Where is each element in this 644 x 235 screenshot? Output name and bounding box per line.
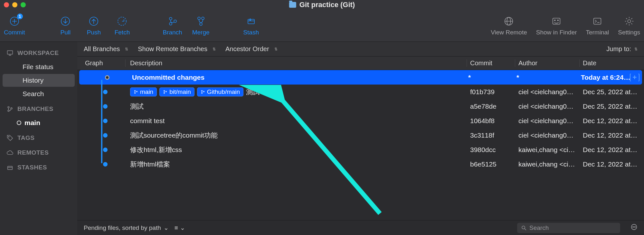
fetch-button[interactable]: Fetch <box>112 15 132 36</box>
current-branch-icon <box>17 121 21 125</box>
svg-point-29 <box>8 106 9 108</box>
remote-filter-dropdown[interactable]: Show Remote Branches ⇅ <box>138 45 216 53</box>
commit-date: Dec 12, 2022 at… <box>580 146 644 154</box>
jump-to[interactable]: Jump to: ⇅ <box>606 45 638 53</box>
pending-files-label: Pending files, sorted by path <box>84 224 161 231</box>
svg-line-46 <box>525 229 526 230</box>
graph-node <box>103 119 108 123</box>
branch-icon <box>6 105 14 113</box>
stash-label: Stash <box>243 29 259 36</box>
svg-point-41 <box>201 90 202 91</box>
chevron-updown-icon: ⇅ <box>213 47 216 51</box>
search-icon <box>521 225 527 231</box>
col-date-header[interactable]: Date <box>580 59 644 67</box>
close-icon[interactable] <box>4 2 9 7</box>
sidebar: WORKSPACE File status History Search BRA… <box>0 42 77 235</box>
terminal-button[interactable]: Terminal <box>586 15 609 36</box>
merge-label: Merge <box>192 29 210 36</box>
chevron-updown-icon: ⇅ <box>634 47 638 51</box>
commit-author: ciel <cielchang0… <box>515 117 580 125</box>
branch-filter-dropdown[interactable]: All Branches ⇅ <box>84 45 128 53</box>
branch-tag[interactable]: main <box>130 87 157 96</box>
ellipsis-circle-icon <box>630 223 638 230</box>
commit-author: kaiwei,chang <ci… <box>515 146 580 154</box>
settings-button[interactable]: Settings <box>618 15 640 36</box>
tags-section[interactable]: TAGS <box>0 130 77 145</box>
graph-node <box>103 162 108 167</box>
col-author-header[interactable]: Author <box>515 59 580 67</box>
table-row[interactable]: 新增html檔案b6e5125kaiwei,chang <ci…Dec 12, … <box>77 157 644 171</box>
pending-files-dropdown[interactable]: Pending files, sorted by path ⌄ <box>84 224 169 231</box>
commit-date: Dec 12, 2022 at… <box>580 160 644 168</box>
main-branch-label: main <box>24 119 40 127</box>
branch-tag[interactable]: Github/main <box>197 87 243 96</box>
branch-button[interactable]: Branch <box>163 15 182 36</box>
filter-bar: All Branches ⇅ Show Remote Branches ⇅ An… <box>77 42 644 57</box>
col-graph-header[interactable]: Graph <box>77 59 126 67</box>
show-in-finder-label: Show in Finder <box>536 29 577 36</box>
table-row[interactable]: 測試a5e78deciel <cielchang0…Dec 25, 2022 a… <box>77 99 644 113</box>
remotes-section[interactable]: REMOTES <box>0 145 77 159</box>
jump-to-label: Jump to: <box>606 45 631 53</box>
graph-node <box>103 90 108 94</box>
commit-author: ciel <cielchang0… <box>515 103 580 110</box>
toolbar: 1 Commit Pull Push Fetch Branch Merge <box>0 10 644 42</box>
col-commit-header[interactable]: Commit <box>467 59 515 67</box>
minimize-icon[interactable] <box>12 2 17 7</box>
merge-button[interactable]: Merge <box>191 15 211 36</box>
commit-date: Dec 12, 2022 at… <box>580 117 644 125</box>
commit-description: Uncommitted changes <box>132 74 204 81</box>
branches-section[interactable]: BRANCHES <box>0 101 77 116</box>
bottom-bar: Pending files, sorted by path ⌄ ≡ ⌄ Sear… <box>77 220 644 235</box>
settings-label: Settings <box>618 29 640 36</box>
sidebar-item-file-status[interactable]: File status <box>3 60 75 73</box>
svg-point-36 <box>135 93 136 94</box>
sidebar-item-search[interactable]: Search <box>3 87 75 100</box>
sidebar-item-history[interactable]: History <box>3 74 75 87</box>
commit-description: 測試 <box>130 102 144 111</box>
main-panel: All Branches ⇅ Show Remote Branches ⇅ An… <box>77 42 644 235</box>
commit-author: kaiwei,chang <ci… <box>515 160 580 168</box>
view-mode-dropdown[interactable]: ≡ ⌄ <box>175 224 185 231</box>
table-headers: Graph Description Commit Author Date <box>77 57 644 70</box>
maximize-icon[interactable] <box>21 2 26 7</box>
svg-point-11 <box>198 17 200 20</box>
window-title-text: Git practice (Git) <box>299 1 355 9</box>
svg-point-37 <box>136 91 137 92</box>
search-input[interactable]: Search <box>517 223 620 233</box>
table-row[interactable]: mainbit/mainGithub/main測試f01b739ciel <ci… <box>77 85 644 99</box>
svg-point-25 <box>628 20 630 23</box>
stashes-section[interactable]: STASHES <box>0 159 77 174</box>
stash-button[interactable]: Stash <box>242 15 261 36</box>
table-row[interactable]: Uncommitted changes**Today at 6:24…+ <box>79 70 642 85</box>
order-filter-dropdown[interactable]: Ancestor Order ⇅ <box>225 45 278 53</box>
sidebar-item-main[interactable]: main <box>3 116 75 129</box>
push-button[interactable]: Push <box>84 15 103 36</box>
table-row[interactable]: 測試sourcetree的commit功能3c3118fciel <cielch… <box>77 128 644 142</box>
table-row[interactable]: 修改html,新增css3980dcckaiwei,chang <ci…Dec … <box>77 142 644 157</box>
commit-button[interactable]: 1 Commit <box>4 15 25 36</box>
options-button[interactable] <box>630 223 638 232</box>
svg-point-42 <box>201 93 202 94</box>
commit-author: ciel <cielchang0… <box>515 131 580 139</box>
svg-point-50 <box>635 227 636 227</box>
show-in-finder-button[interactable]: Show in Finder <box>536 15 577 36</box>
commit-badge: 1 <box>17 14 23 19</box>
add-button[interactable]: + <box>630 74 639 81</box>
commit-date: Dec 12, 2022 at… <box>580 131 644 139</box>
commit-description: 新增html檔案 <box>130 160 170 169</box>
commit-description: commit test <box>130 117 165 125</box>
pull-button[interactable]: Pull <box>56 15 75 36</box>
table-row[interactable]: commit test1064bf8ciel <cielchang0…Dec 1… <box>77 113 644 128</box>
svg-point-21 <box>554 20 555 21</box>
commit-hash: 3c3118f <box>467 131 515 139</box>
commit-description: 測試sourcetree的commit功能 <box>130 131 218 140</box>
chevron-down-icon: ⌄ <box>180 224 185 231</box>
folder-icon <box>289 2 296 8</box>
view-remote-button[interactable]: View Remote <box>491 15 527 36</box>
graph-node <box>103 148 108 152</box>
branch-tag[interactable]: bit/main <box>159 87 194 96</box>
col-description-header[interactable]: Description <box>126 59 467 67</box>
workspace-section[interactable]: WORKSPACE <box>0 45 77 60</box>
svg-point-9 <box>169 23 172 25</box>
